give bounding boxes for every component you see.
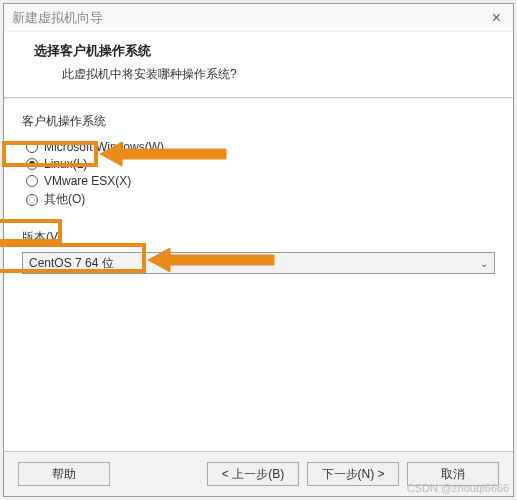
radio-icon: [26, 175, 38, 187]
wizard-window: 新建虚拟机向导 × 选择客户机操作系统 此虚拟机中将安装哪种操作系统? 客户机操…: [3, 3, 514, 497]
close-icon[interactable]: ×: [488, 9, 505, 27]
chevron-down-icon: ⌄: [480, 258, 488, 269]
os-option-other[interactable]: 其他(O): [26, 191, 495, 208]
version-dropdown[interactable]: CentOS 7 64 位 ⌄: [22, 252, 495, 274]
window-title: 新建虚拟机向导: [12, 9, 103, 27]
os-option-esx[interactable]: VMware ESX(X): [26, 174, 495, 188]
radio-icon: [26, 194, 38, 206]
watermark: CSDN @zhouqi6666: [407, 482, 509, 494]
version-selected: CentOS 7 64 位: [29, 255, 114, 272]
os-radio-group: Microsoft Windows(W) Linux(L) VMware ESX…: [26, 140, 495, 208]
button-label: 取消: [441, 466, 465, 483]
os-option-linux[interactable]: Linux(L): [26, 157, 495, 171]
os-option-label: Microsoft Windows(W): [44, 140, 164, 154]
content-area: 客户机操作系统 Microsoft Windows(W) Linux(L) VM…: [4, 99, 513, 451]
wizard-header: 选择客户机操作系统 此虚拟机中将安装哪种操作系统?: [4, 32, 513, 97]
button-label: 帮助: [52, 466, 76, 483]
os-option-label: VMware ESX(X): [44, 174, 131, 188]
radio-icon: [26, 141, 38, 153]
version-label-wrap: 版本(V): [22, 229, 62, 246]
button-label: < 上一步(B): [222, 466, 284, 483]
os-option-windows[interactable]: Microsoft Windows(W): [26, 140, 495, 154]
page-subtitle: 此虚拟机中将安装哪种操作系统?: [62, 66, 493, 83]
page-title: 选择客户机操作系统: [34, 42, 493, 60]
back-button[interactable]: < 上一步(B): [207, 462, 299, 486]
next-button[interactable]: 下一步(N) >: [307, 462, 399, 486]
titlebar: 新建虚拟机向导 ×: [4, 4, 513, 32]
button-label: 下一步(N) >: [322, 466, 385, 483]
os-group-label: 客户机操作系统: [22, 113, 495, 130]
os-option-label: Linux(L): [44, 157, 87, 171]
help-button[interactable]: 帮助: [18, 462, 110, 486]
version-label: 版本(V): [22, 230, 62, 244]
radio-icon: [26, 158, 38, 170]
os-option-label: 其他(O): [44, 191, 85, 208]
